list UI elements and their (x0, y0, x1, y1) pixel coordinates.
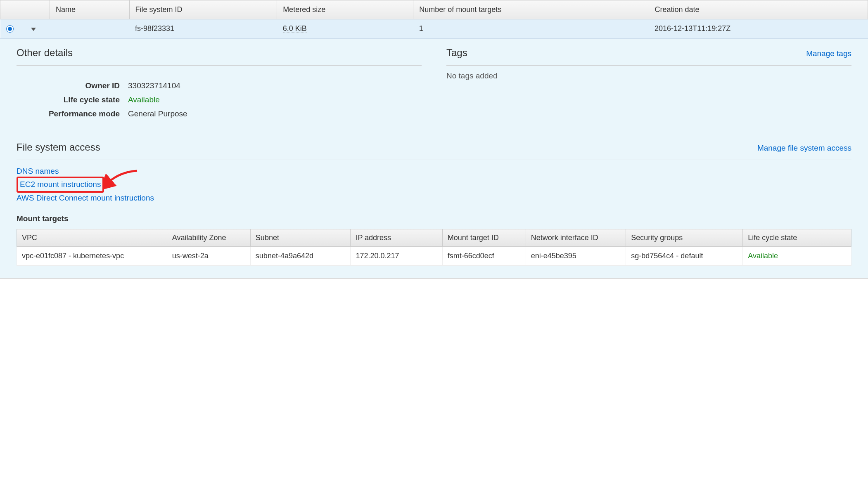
column-file-system-id[interactable]: File system ID (129, 0, 277, 19)
mt-cell-ip: 172.20.0.217 (351, 246, 442, 265)
mt-col-az: Availability Zone (167, 229, 250, 246)
tags-heading: Tags (446, 47, 467, 63)
manage-tags-link[interactable]: Manage tags (806, 49, 851, 58)
mt-col-state: Life cycle state (743, 229, 851, 246)
ec2-mount-instructions-link[interactable]: EC2 mount instructions (20, 178, 101, 191)
mt-cell-nif: eni-e45be395 (526, 246, 626, 265)
column-select (0, 0, 25, 19)
mount-targets-table: VPC Availability Zone Subnet IP address … (17, 229, 851, 266)
mt-cell-mt-id: fsmt-66cd0ecf (442, 246, 526, 265)
performance-mode-label: Performance mode (17, 109, 128, 118)
cell-mount-targets: 1 (413, 19, 649, 38)
file-system-table: Name File system ID Metered size Number … (0, 0, 868, 38)
mt-cell-vpc: vpc-e01fc087 - kubernetes-vpc (17, 246, 167, 265)
tags-section: Tags Manage tags No tags added (446, 47, 851, 121)
mt-col-vpc: VPC (17, 229, 167, 246)
cell-file-system-id: fs-98f23331 (129, 19, 277, 38)
mt-cell-state: Available (743, 246, 851, 265)
cell-creation-date: 2016-12-13T11:19:27Z (649, 19, 868, 38)
column-mount-targets[interactable]: Number of mount targets (413, 0, 649, 19)
life-cycle-value: Available (128, 95, 160, 104)
row-select-radio[interactable] (6, 25, 14, 33)
column-expand (25, 0, 50, 19)
performance-mode-value: General Purpose (128, 109, 187, 118)
dns-names-link[interactable]: DNS names (17, 166, 851, 177)
details-panel: Other details Owner ID 330323714104 Life… (0, 38, 868, 279)
file-system-access-section: File system access Manage file system ac… (17, 142, 851, 266)
file-system-access-heading: File system access (17, 142, 100, 157)
column-creation-date[interactable]: Creation date (649, 0, 868, 19)
owner-id-label: Owner ID (17, 81, 128, 90)
other-details-section: Other details Owner ID 330323714104 Life… (17, 47, 422, 121)
column-metered-size[interactable]: Metered size (277, 0, 413, 19)
chevron-down-icon[interactable] (31, 28, 36, 31)
cell-metered-size: 6.0 KiB (277, 19, 413, 38)
other-details-heading: Other details (17, 47, 73, 63)
table-row[interactable]: fs-98f23331 6.0 KiB 1 2016-12-13T11:19:2… (0, 19, 868, 38)
mt-cell-az: us-west-2a (167, 246, 250, 265)
manage-file-system-access-link[interactable]: Manage file system access (757, 144, 851, 153)
cell-name (50, 19, 130, 38)
aws-direct-connect-link[interactable]: AWS Direct Connect mount instructions (17, 193, 851, 203)
column-name[interactable]: Name (50, 0, 130, 19)
tags-empty-text: No tags added (446, 71, 851, 80)
mount-targets-heading: Mount targets (17, 203, 851, 229)
mt-col-subnet: Subnet (250, 229, 351, 246)
mt-cell-subnet: subnet-4a9a642d (250, 246, 351, 265)
owner-id-value: 330323714104 (128, 81, 180, 90)
mt-col-sg: Security groups (626, 229, 743, 246)
life-cycle-label: Life cycle state (17, 95, 128, 104)
table-row: vpc-e01fc087 - kubernetes-vpc us-west-2a… (17, 246, 851, 265)
mt-col-nif: Network interface ID (526, 229, 626, 246)
mt-cell-sg: sg-bd7564c4 - default (626, 246, 743, 265)
mt-col-ip: IP address (351, 229, 442, 246)
ec2-mount-instructions-highlight: EC2 mount instructions (17, 177, 104, 193)
mt-col-mt-id: Mount target ID (442, 229, 526, 246)
